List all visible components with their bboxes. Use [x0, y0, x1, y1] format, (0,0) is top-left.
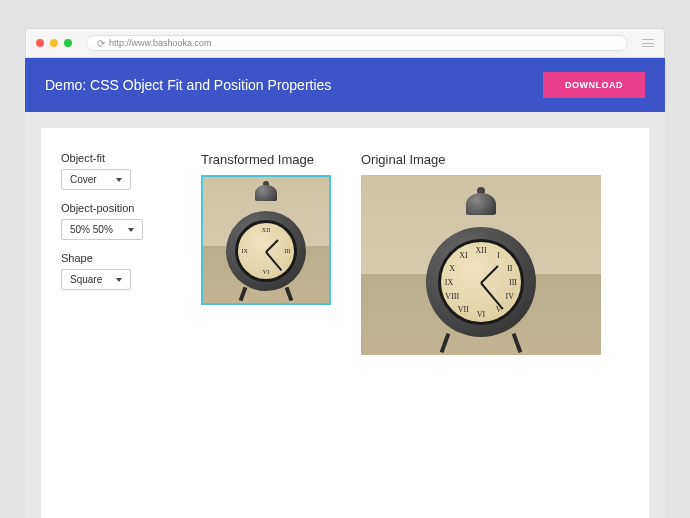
- object-position-label: Object-position: [61, 202, 171, 214]
- object-fit-value: Cover: [70, 174, 97, 185]
- object-position-group: Object-position 50% 50%: [61, 202, 171, 240]
- url-bar[interactable]: ⟳ http://www.bashooka.com: [86, 35, 628, 51]
- original-title: Original Image: [361, 152, 601, 167]
- shape-group: Shape Square: [61, 252, 171, 290]
- content-area: Object-fit Cover Object-position 50% 50%…: [41, 128, 649, 518]
- object-position-value: 50% 50%: [70, 224, 113, 235]
- object-fit-group: Object-fit Cover: [61, 152, 171, 190]
- page: Demo: CSS Object Fit and Position Proper…: [25, 58, 665, 518]
- reload-icon[interactable]: ⟳: [97, 38, 105, 49]
- original-column: Original Image XII I II III IV V: [361, 152, 601, 499]
- transformed-title: Transformed Image: [201, 152, 331, 167]
- chevron-down-icon: [128, 228, 134, 232]
- page-title: Demo: CSS Object Fit and Position Proper…: [45, 77, 331, 93]
- chevron-down-icon: [116, 178, 122, 182]
- chevron-down-icon: [116, 278, 122, 282]
- download-button[interactable]: DOWNLOAD: [543, 72, 645, 98]
- window-maximize-icon[interactable]: [64, 39, 72, 47]
- browser-chrome: ⟳ http://www.bashooka.com: [25, 28, 665, 58]
- object-fit-select[interactable]: Cover: [61, 169, 131, 190]
- hamburger-icon[interactable]: [642, 39, 654, 47]
- controls-sidebar: Object-fit Cover Object-position 50% 50%…: [61, 152, 171, 499]
- object-position-select[interactable]: 50% 50%: [61, 219, 143, 240]
- shape-value: Square: [70, 274, 102, 285]
- shape-label: Shape: [61, 252, 171, 264]
- original-image: XII I II III IV V VI VII VIII IX X XI: [361, 175, 601, 355]
- page-header: Demo: CSS Object Fit and Position Proper…: [25, 58, 665, 112]
- transformed-column: Transformed Image XII III VI IX: [201, 152, 331, 499]
- window-minimize-icon[interactable]: [50, 39, 58, 47]
- transformed-image: XII III VI IX: [201, 175, 331, 305]
- object-fit-label: Object-fit: [61, 152, 171, 164]
- window-close-icon[interactable]: [36, 39, 44, 47]
- url-text: http://www.bashooka.com: [109, 38, 212, 48]
- shape-select[interactable]: Square: [61, 269, 131, 290]
